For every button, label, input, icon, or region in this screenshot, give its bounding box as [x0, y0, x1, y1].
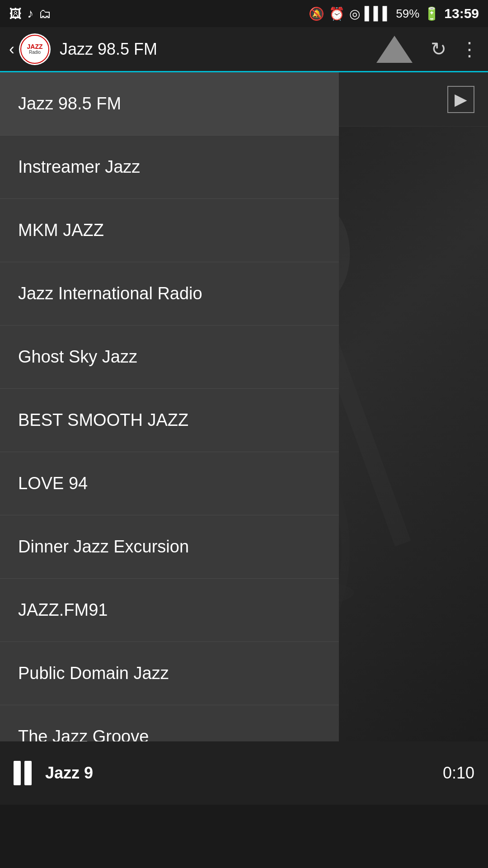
dropdown-item-public-domain-jazz[interactable]: Public Domain Jazz	[0, 642, 339, 705]
more-options-button[interactable]: ⋮	[460, 38, 479, 60]
music-status-icon: ♪	[27, 6, 33, 21]
logo-sub: Radio	[27, 50, 43, 55]
status-bar-left-icons: 🖼 ♪ 🗂	[9, 6, 52, 21]
dropdown-item-label: Instreamer Jazz	[18, 157, 140, 177]
alarm-icon: ⏰	[329, 6, 345, 21]
dropdown-item-best-smooth-jazz[interactable]: BEST SMOOTH JAZZ	[0, 389, 339, 452]
location-icon: ◎	[349, 6, 360, 21]
dropdown-item-label: MKM JAZZ	[18, 221, 104, 240]
dropdown-item-label: JAZZ.FM91	[18, 600, 108, 620]
battery-icon: 🔋	[424, 6, 440, 21]
back-button[interactable]: ‹	[9, 40, 14, 59]
dropdown-item-label: Dinner Jazz Excursion	[18, 537, 189, 557]
dropdown-item-mkm-jazz[interactable]: MKM JAZZ	[0, 199, 339, 262]
dropdown-item-love-94[interactable]: LOVE 94	[0, 452, 339, 515]
logo-text: JAZZ	[27, 43, 43, 50]
pause-bar-left	[14, 761, 21, 785]
status-bar-right-icons: 🔕 ⏰ ◎ ▌▌▌ 59% 🔋 13:59	[309, 6, 479, 21]
mute-icon: 🔕	[309, 6, 324, 21]
battery-percentage: 59%	[396, 7, 419, 21]
dropdown-item-jazz-fm91[interactable]: JAZZ.FM91	[0, 579, 339, 642]
header-actions: ↻ ⋮	[376, 36, 479, 63]
signal-bars-icon: ▌▌▌	[365, 6, 392, 21]
app-logo: JAZZ Radio	[19, 33, 51, 65]
now-playing-title: Jazz 9	[45, 764, 93, 783]
dropdown-item-label: Ghost Sky Jazz	[18, 347, 137, 367]
dropdown-item-label: Jazz 98.5 FM	[18, 94, 121, 113]
image-status-icon: 🖼	[9, 6, 22, 21]
header-title: Jazz 98.5 FM	[60, 40, 376, 59]
station-dropdown: Jazz 98.5 FM Instreamer Jazz MKM JAZZ Ja…	[0, 72, 339, 805]
refresh-button[interactable]: ↻	[431, 38, 446, 60]
dropdown-item-label: BEST SMOOTH JAZZ	[18, 410, 188, 430]
dropdown-item-ghost-sky-jazz[interactable]: Ghost Sky Jazz	[0, 326, 339, 389]
status-time: 13:59	[444, 6, 479, 21]
main-content: Jazz X-DB ▶ Jazz 98.5 FM Instreamer Jazz	[0, 72, 488, 805]
dropdown-item-instreamer-jazz[interactable]: Instreamer Jazz	[0, 136, 339, 199]
status-bar: 🖼 ♪ 🗂 🔕 ⏰ ◎ ▌▌▌ 59% 🔋 13:59	[0, 0, 488, 27]
folder-status-icon: 🗂	[39, 6, 52, 21]
dropdown-item-jazz-international-radio[interactable]: Jazz International Radio	[0, 262, 339, 326]
now-playing-time: 0:10	[443, 764, 474, 783]
app-header: ‹ JAZZ Radio Jazz 98.5 FM ↻ ⋮	[0, 27, 488, 72]
pause-bar-right	[24, 761, 32, 785]
dropdown-item-label: LOVE 94	[18, 474, 88, 493]
dropdown-item-label: Jazz International Radio	[18, 284, 202, 303]
now-playing-bar: Jazz 9 0:10	[0, 741, 488, 805]
dropdown-item-label: Public Domain Jazz	[18, 664, 169, 683]
signal-triangle-icon	[376, 36, 413, 63]
pause-button[interactable]	[14, 761, 32, 785]
play-icon: ▶	[455, 90, 467, 109]
play-button-bg[interactable]: ▶	[447, 86, 474, 113]
dropdown-item-dinner-jazz-excursion[interactable]: Dinner Jazz Excursion	[0, 515, 339, 579]
dropdown-item-jazz-985-fm[interactable]: Jazz 98.5 FM	[0, 72, 339, 136]
